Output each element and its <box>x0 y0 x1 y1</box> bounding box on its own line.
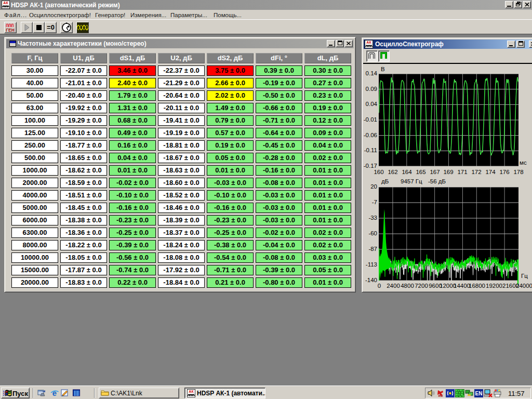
svg-text:RSI: RSI <box>438 394 443 397</box>
svg-text:e: e <box>52 389 57 397</box>
svg-text:EN: EN <box>475 391 483 396</box>
svg-text:АК: АК <box>3 1 8 5</box>
svg-text:ГЕН: ГЕН <box>6 28 15 33</box>
svg-text:АК: АК <box>189 390 194 393</box>
svg-text:АК: АК <box>366 41 371 44</box>
